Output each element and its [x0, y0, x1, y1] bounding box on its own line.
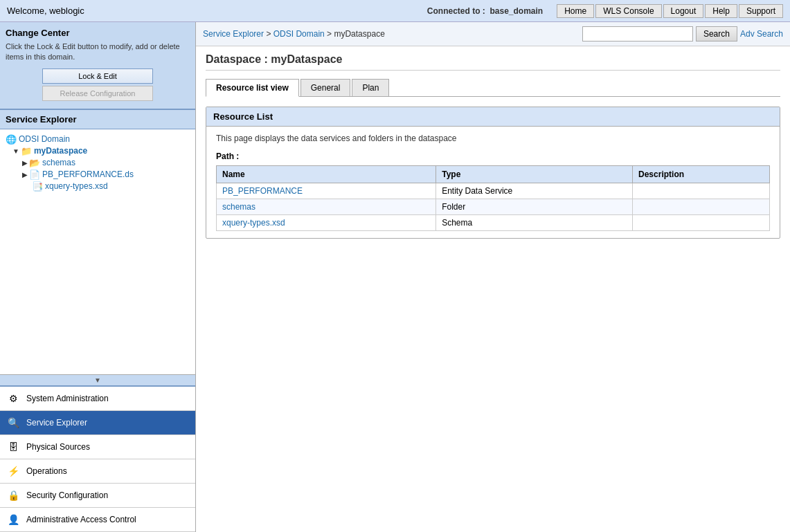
- schemas-link[interactable]: schemas: [42, 158, 75, 167]
- system-administration-label: System Administration: [26, 394, 109, 403]
- support-button[interactable]: Support: [739, 4, 783, 18]
- col-header-type: Type: [436, 166, 633, 183]
- breadcrumb: Service Explorer > ODSI Domain > myDatas…: [203, 29, 385, 39]
- nav-item-administrative-access-control[interactable]: 👤 Administrative Access Control: [0, 508, 195, 532]
- search-area: Search Adv Search: [582, 26, 783, 42]
- table-row: PB_PERFORMANCEEntity Data Service: [217, 183, 770, 199]
- xquery-types-link[interactable]: xquery-types.xsd: [45, 181, 108, 191]
- search-button[interactable]: Search: [696, 26, 737, 42]
- collapse-handle[interactable]: ▼: [0, 374, 195, 385]
- breadcrumb-mydataspace: myDataspace: [334, 29, 384, 39]
- system-admin-icon: ⚙: [6, 391, 21, 406]
- tab-plan[interactable]: Plan: [352, 79, 389, 96]
- pb-performance-link[interactable]: PB_PERFORMANCE.ds: [42, 169, 134, 179]
- expand-icon-mydataspace[interactable]: ▼: [12, 147, 19, 155]
- dataspace-icon: 📁: [21, 146, 32, 156]
- connected-label: Connected to :: [427, 6, 485, 16]
- path-label: Path :: [216, 152, 770, 161]
- operations-label: Operations: [26, 466, 67, 476]
- expand-icon-schemas[interactable]: ▶: [22, 159, 28, 167]
- breadcrumb-bar: Service Explorer > ODSI Domain > myDatas…: [196, 22, 790, 46]
- physical-sources-icon: 🗄: [6, 439, 21, 455]
- main-layout: Change Center Click the Lock & Edit butt…: [0, 22, 790, 532]
- breadcrumb-sep1: >: [266, 29, 273, 39]
- domain-name: base_domain: [490, 6, 543, 16]
- breadcrumb-service-explorer[interactable]: Service Explorer: [203, 29, 264, 39]
- resource-name-link[interactable]: PB_PERFORMANCE: [222, 186, 303, 196]
- administrative-access-control-label: Administrative Access Control: [26, 515, 136, 524]
- content-body: Dataspace : myDataspace Resource list vi…: [196, 46, 790, 532]
- security-configuration-label: Security Configuration: [26, 490, 108, 500]
- resource-name-link[interactable]: xquery-types.xsd: [222, 218, 285, 228]
- table-row: xquery-types.xsdSchema: [217, 215, 770, 231]
- change-center-title: Change Center: [6, 28, 190, 38]
- lock-edit-button[interactable]: Lock & Edit: [42, 68, 153, 84]
- nav-item-physical-sources[interactable]: 🗄 Physical Sources: [0, 435, 195, 459]
- release-configuration-button[interactable]: Release Configuration: [42, 86, 153, 101]
- xsd-icon: 📑: [32, 181, 43, 192]
- dataspace-title: Dataspace : myDataspace: [206, 53, 780, 71]
- resource-list-box: Resource List This page displays the dat…: [206, 107, 780, 239]
- ds-icon: 📄: [29, 169, 40, 180]
- change-center: Change Center Click the Lock & Edit butt…: [0, 22, 195, 110]
- operations-icon: ⚡: [6, 464, 21, 479]
- top-bar: Welcome, weblogic Connected to : base_do…: [0, 0, 790, 22]
- content-area: Service Explorer > ODSI Domain > myDatas…: [196, 22, 790, 532]
- nav-item-operations[interactable]: ⚡ Operations: [0, 459, 195, 484]
- tree-item-odsi-domain[interactable]: 🌐 ODSI Domain: [3, 134, 192, 145]
- globe-icon: 🌐: [6, 134, 17, 145]
- table-cell-description: [633, 199, 770, 215]
- nav-item-security-configuration[interactable]: 🔒 Security Configuration: [0, 484, 195, 508]
- resource-list-content: This page displays the data services and…: [206, 127, 780, 238]
- col-header-description: Description: [633, 166, 770, 183]
- tab-bar: Resource list view General Plan: [206, 79, 780, 97]
- expand-icon-pb[interactable]: ▶: [22, 171, 28, 178]
- tree-item-pb-performance[interactable]: ▶ 📄 PB_PERFORMANCE.ds: [3, 169, 192, 181]
- breadcrumb-odsi-domain[interactable]: ODSI Domain: [273, 29, 325, 39]
- service-explorer-panel-header: Service Explorer: [0, 110, 195, 129]
- top-nav-buttons: Home WLS Console Logout Help Support: [557, 4, 783, 18]
- connected-info: Connected to : base_domain: [427, 6, 543, 16]
- tab-general[interactable]: General: [300, 79, 351, 96]
- tab-resource-list-view[interactable]: Resource list view: [206, 79, 299, 97]
- physical-sources-label: Physical Sources: [26, 442, 90, 452]
- search-input[interactable]: [582, 26, 693, 42]
- odsi-domain-link[interactable]: ODSI Domain: [19, 134, 70, 144]
- folder-icon-schemas: 📂: [29, 158, 40, 168]
- table-cell-type: Folder: [436, 199, 633, 215]
- home-button[interactable]: Home: [557, 4, 594, 18]
- bottom-nav: ⚙ System Administration 🔍 Service Explor…: [0, 385, 195, 532]
- tree-item-mydataspace[interactable]: ▼ 📁 myDataspace: [3, 145, 192, 157]
- resource-list-header: Resource List: [206, 107, 780, 127]
- mydataspace-link[interactable]: myDataspace: [34, 146, 87, 156]
- table-cell-description: [633, 215, 770, 231]
- welcome-text: Welcome, weblogic: [7, 6, 427, 16]
- col-header-name: Name: [217, 166, 436, 183]
- resource-description: This page displays the data services and…: [216, 134, 770, 143]
- table-cell-name: xquery-types.xsd: [217, 215, 436, 231]
- tree-item-schemas[interactable]: ▶ 📂 schemas: [3, 157, 192, 169]
- left-panel: Change Center Click the Lock & Edit butt…: [0, 22, 196, 532]
- wls-console-button[interactable]: WLS Console: [595, 4, 661, 18]
- nav-item-system-administration[interactable]: ⚙ System Administration: [0, 387, 195, 411]
- resource-table: Name Type Description PB_PERFORMANCEEnti…: [216, 165, 770, 231]
- service-explorer-label: Service Explorer: [26, 418, 87, 428]
- table-row: schemasFolder: [217, 199, 770, 215]
- security-icon: 🔒: [6, 488, 21, 503]
- table-cell-name: PB_PERFORMANCE: [217, 183, 436, 199]
- nav-item-service-explorer[interactable]: 🔍 Service Explorer: [0, 411, 195, 435]
- tree-area: 🌐 ODSI Domain ▼ 📁 myDataspace ▶ 📂 schema…: [0, 129, 195, 374]
- table-cell-name: schemas: [217, 199, 436, 215]
- table-cell-type: Entity Data Service: [436, 183, 633, 199]
- tree-item-xquery-types[interactable]: 📑 xquery-types.xsd: [3, 181, 192, 192]
- table-cell-description: [633, 183, 770, 199]
- breadcrumb-sep2: >: [327, 29, 334, 39]
- resource-name-link[interactable]: schemas: [222, 202, 255, 212]
- help-button[interactable]: Help: [705, 4, 737, 18]
- change-center-description: Click the Lock & Edit button to modify, …: [6, 42, 190, 63]
- adv-search-link[interactable]: Adv Search: [740, 29, 783, 39]
- admin-access-icon: 👤: [6, 512, 21, 527]
- service-explorer-icon: 🔍: [6, 415, 21, 430]
- logout-button[interactable]: Logout: [663, 4, 704, 18]
- table-cell-type: Schema: [436, 215, 633, 231]
